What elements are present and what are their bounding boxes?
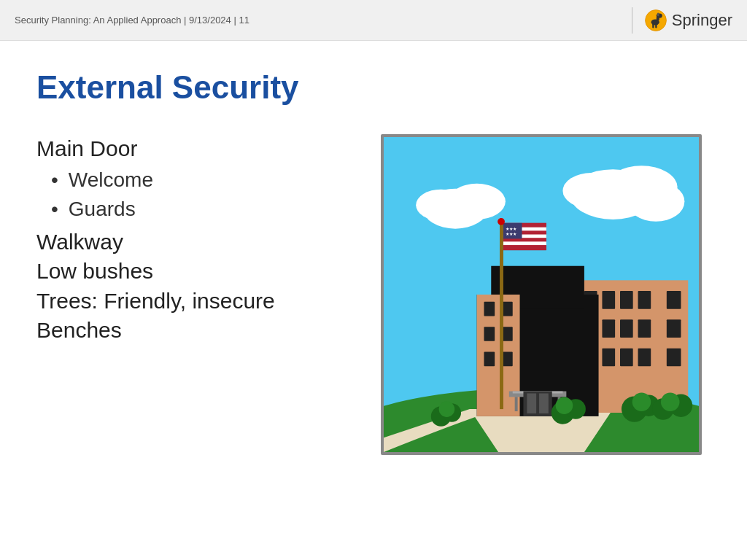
svg-point-74	[661, 393, 680, 412]
svg-rect-42	[484, 327, 495, 342]
svg-rect-41	[502, 302, 513, 316]
svg-rect-48	[515, 397, 518, 412]
header-bar: Security Planning: An Applied Approach |…	[0, 0, 747, 41]
svg-rect-40	[484, 302, 495, 316]
svg-rect-30	[667, 320, 681, 338]
svg-rect-53	[500, 223, 503, 409]
header-title: Security Planning: An Applied Approach |…	[15, 15, 249, 26]
svg-text:★★★: ★★★	[506, 227, 516, 231]
slide-main: External Security Main Door Welcome Guar…	[0, 41, 747, 560]
building-illustration: ★★★ ★★★	[384, 137, 699, 452]
svg-rect-39	[477, 295, 520, 416]
svg-rect-5	[655, 23, 657, 28]
section-heading-main-door: Main Door	[36, 134, 343, 163]
building-image-frame: ★★★ ★★★	[381, 134, 702, 455]
svg-rect-21	[602, 291, 615, 309]
svg-point-14	[416, 190, 466, 221]
svg-rect-27	[602, 320, 615, 338]
bullet-list: Welcome Guards	[36, 166, 343, 222]
bullet-guards: Guards	[36, 195, 343, 223]
item-low-bushes: Low bushes	[36, 257, 343, 287]
springer-horse-icon	[644, 9, 667, 32]
svg-rect-60	[503, 242, 546, 246]
svg-rect-24	[667, 291, 681, 309]
springer-brand-text: Springer	[672, 11, 732, 30]
svg-rect-52	[539, 394, 549, 413]
svg-rect-4	[652, 23, 654, 28]
svg-rect-51	[527, 394, 536, 413]
item-walkway: Walkway	[36, 228, 343, 257]
svg-point-11	[627, 182, 685, 222]
svg-rect-61	[503, 246, 546, 251]
item-trees: Trees: Friendly, insecure	[36, 287, 343, 316]
svg-rect-22	[620, 291, 633, 309]
header-divider	[632, 7, 632, 34]
svg-rect-33	[602, 349, 615, 367]
svg-point-6	[657, 12, 659, 16]
svg-rect-35	[638, 349, 651, 367]
svg-rect-23	[638, 291, 651, 309]
svg-point-77	[439, 402, 455, 418]
image-column: ★★★ ★★★	[372, 127, 711, 538]
text-column: Main Door Welcome Guards Walkway Low bus…	[36, 127, 343, 538]
svg-rect-34	[620, 349, 633, 367]
svg-text:★★★: ★★★	[506, 233, 516, 237]
svg-point-10	[562, 173, 620, 209]
svg-point-3	[651, 19, 659, 25]
svg-rect-45	[502, 352, 513, 367]
item-benches: Benches	[36, 316, 343, 346]
slide-title: External Security	[36, 70, 711, 105]
svg-point-73	[632, 393, 651, 412]
content-area: Main Door Welcome Guards Walkway Low bus…	[36, 127, 711, 538]
svg-point-68	[556, 397, 573, 415]
svg-rect-29	[638, 320, 651, 338]
springer-logo: Springer	[644, 9, 732, 32]
svg-rect-43	[502, 327, 513, 342]
bullet-welcome: Welcome	[36, 166, 343, 194]
svg-rect-28	[620, 320, 633, 338]
svg-rect-36	[667, 349, 681, 367]
svg-rect-44	[484, 352, 495, 367]
svg-point-65	[498, 218, 505, 225]
